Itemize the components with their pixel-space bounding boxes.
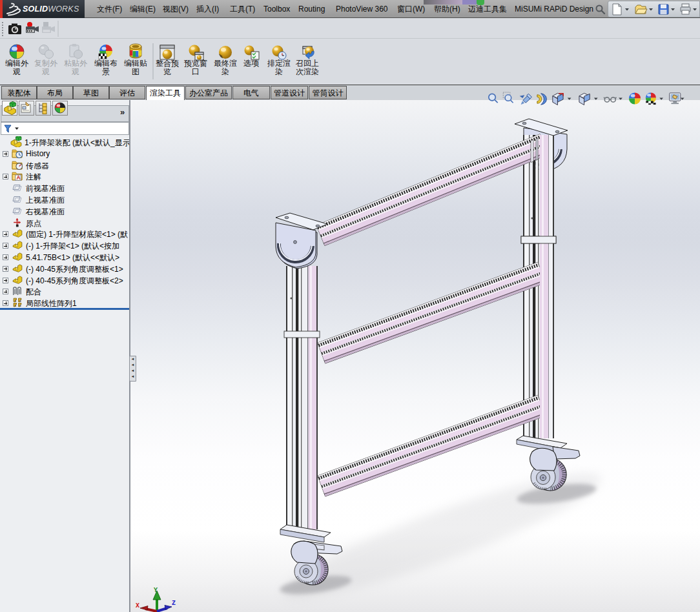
svg-text:Z: Z: [172, 600, 176, 607]
svg-text:X: X: [136, 602, 139, 609]
svg-text:Y: Y: [154, 587, 158, 594]
svg-text:A: A: [16, 175, 20, 181]
